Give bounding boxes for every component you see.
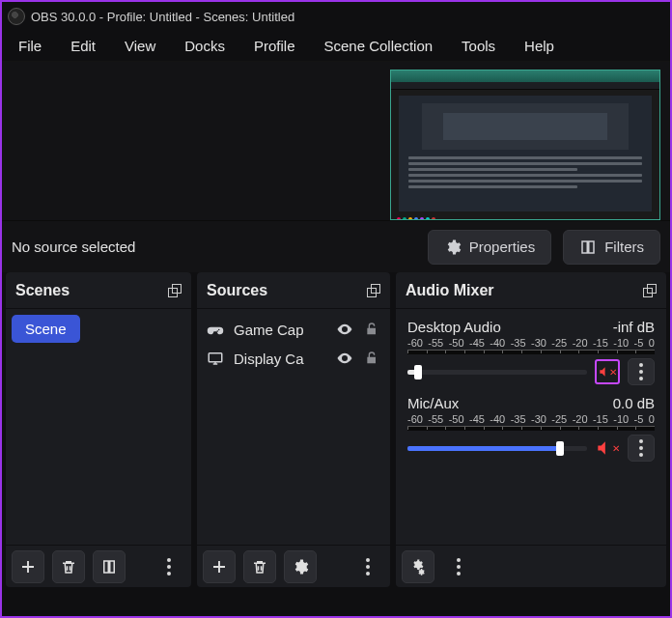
source-properties-button[interactable] bbox=[284, 550, 317, 583]
mixer-header: Audio Mixer bbox=[396, 272, 666, 309]
obs-logo-icon bbox=[8, 8, 25, 25]
audio-mixer-panel: Audio Mixer Desktop Audio-inf dB-60-55-5… bbox=[396, 272, 666, 587]
gear-icon bbox=[444, 239, 462, 256]
scene-menu-button[interactable] bbox=[153, 550, 185, 583]
mixer-menu-button[interactable] bbox=[442, 550, 475, 583]
menu-bar: File Edit View Docks Profile Scene Colle… bbox=[2, 31, 670, 62]
source-label: Display Ca bbox=[234, 351, 326, 367]
properties-button[interactable]: Properties bbox=[428, 230, 551, 265]
lock-open-icon[interactable] bbox=[363, 350, 380, 367]
channel-name: Desktop Audio bbox=[407, 319, 501, 335]
preview-thumbnail bbox=[390, 70, 660, 220]
svg-point-6 bbox=[344, 357, 347, 360]
source-add-button[interactable] bbox=[203, 550, 236, 583]
popout-icon[interactable] bbox=[643, 284, 657, 297]
svg-rect-0 bbox=[582, 241, 587, 253]
mixer-title: Audio Mixer bbox=[406, 282, 494, 299]
channel-menu-button[interactable] bbox=[628, 358, 655, 385]
db-scale: -60-55-50-45-40-35-30-25-20-15-10-50 bbox=[407, 413, 655, 426]
dock-panels: Scenes Scene Sources Game Cap bbox=[2, 272, 670, 587]
menu-tools[interactable]: Tools bbox=[447, 32, 510, 60]
filters-label: Filters bbox=[604, 239, 644, 255]
title-bar: OBS 30.0.0 - Profile: Untitled - Scenes:… bbox=[2, 2, 670, 31]
source-menu-button[interactable] bbox=[351, 550, 384, 583]
mixer-channel: Desktop Audio-inf dB-60-55-50-45-40-35-3… bbox=[402, 315, 660, 391]
scenes-panel: Scenes Scene bbox=[6, 272, 191, 587]
popout-icon[interactable] bbox=[168, 284, 182, 297]
audio-meter bbox=[407, 426, 655, 431]
channel-db: 0.0 dB bbox=[613, 395, 655, 411]
display-icon bbox=[207, 350, 224, 367]
source-item[interactable]: Game Cap bbox=[203, 315, 384, 344]
window-title: OBS 30.0.0 - Profile: Untitled - Scenes:… bbox=[31, 10, 294, 24]
mixer-advanced-button[interactable] bbox=[402, 550, 434, 583]
menu-file[interactable]: File bbox=[4, 32, 56, 60]
volume-slider[interactable] bbox=[407, 446, 587, 451]
channel-db: -inf dB bbox=[613, 319, 655, 335]
mixer-channel: Mic/Aux0.0 dB-60-55-50-45-40-35-30-25-20… bbox=[402, 391, 660, 467]
filters-icon bbox=[579, 239, 597, 256]
properties-label: Properties bbox=[469, 239, 535, 255]
gamepad-icon bbox=[207, 321, 224, 338]
volume-slider[interactable] bbox=[407, 370, 587, 375]
source-toolbar: No source selected Properties Filters bbox=[2, 220, 670, 272]
scenes-title: Scenes bbox=[15, 282, 70, 299]
menu-edit[interactable]: Edit bbox=[56, 32, 110, 60]
popout-icon[interactable] bbox=[367, 284, 380, 297]
menu-scene-collection[interactable]: Scene Collection bbox=[310, 32, 448, 60]
sources-panel: Sources Game Cap Display Ca bbox=[197, 272, 390, 587]
source-label: Game Cap bbox=[234, 322, 326, 338]
scene-delete-button[interactable] bbox=[52, 550, 85, 583]
channel-menu-button[interactable] bbox=[628, 435, 655, 462]
svg-point-4 bbox=[344, 328, 347, 331]
mixer-body: Desktop Audio-inf dB-60-55-50-45-40-35-3… bbox=[396, 309, 666, 545]
svg-rect-2 bbox=[104, 561, 109, 573]
lock-open-icon[interactable] bbox=[363, 321, 380, 338]
menu-profile[interactable]: Profile bbox=[239, 32, 310, 60]
eye-icon[interactable] bbox=[336, 350, 353, 367]
db-scale: -60-55-50-45-40-35-30-25-20-15-10-50 bbox=[407, 337, 655, 350]
filters-button[interactable]: Filters bbox=[563, 230, 660, 265]
mute-button[interactable]: ✕ bbox=[595, 359, 620, 384]
preview-area[interactable] bbox=[2, 62, 670, 220]
svg-rect-3 bbox=[110, 561, 115, 573]
scene-item[interactable]: Scene bbox=[12, 315, 80, 343]
scene-add-button[interactable] bbox=[12, 550, 44, 583]
svg-rect-5 bbox=[209, 353, 222, 362]
source-delete-button[interactable] bbox=[243, 550, 276, 583]
menu-help[interactable]: Help bbox=[510, 32, 569, 60]
mute-button[interactable]: ✕ bbox=[595, 435, 620, 461]
eye-icon[interactable] bbox=[336, 321, 353, 338]
no-source-label: No source selected bbox=[12, 239, 416, 255]
scene-filter-button[interactable] bbox=[93, 550, 126, 583]
sources-header: Sources bbox=[197, 272, 390, 309]
scenes-header: Scenes bbox=[6, 272, 191, 309]
channel-name: Mic/Aux bbox=[407, 395, 459, 411]
menu-docks[interactable]: Docks bbox=[170, 32, 239, 60]
menu-view[interactable]: View bbox=[110, 32, 170, 60]
audio-meter bbox=[407, 350, 655, 354]
source-item[interactable]: Display Ca bbox=[203, 344, 384, 373]
sources-title: Sources bbox=[207, 282, 267, 299]
svg-rect-1 bbox=[589, 241, 594, 253]
